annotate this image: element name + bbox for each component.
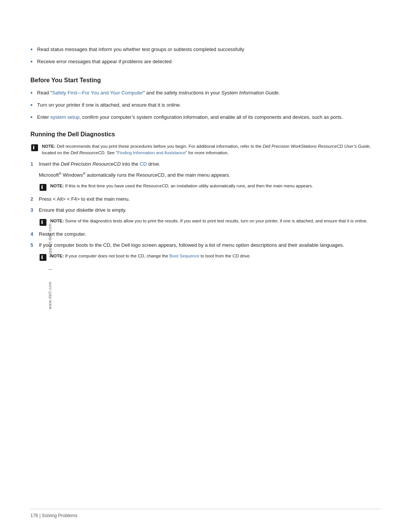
note-label-step3: NOTE: xyxy=(50,219,64,223)
note-content-step5: If your computer does not boot to the CD… xyxy=(65,254,251,258)
finding-information-link[interactable]: Finding Information and Assistance xyxy=(117,150,185,155)
step-5-content: If your computer boots to the CD, the De… xyxy=(39,241,381,249)
step-3-text: Ensure that your diskette drive is empty… xyxy=(39,207,126,213)
sidebar-text: www.dell.com | support.dell.com xyxy=(48,223,52,309)
bullet-dot-icon: • xyxy=(30,113,33,122)
step-num-2: 2 xyxy=(30,195,39,203)
note-text-step5: NOTE: If your computer does not boot to … xyxy=(50,253,251,259)
step-5: 5 If your computer boots to the CD, the … xyxy=(30,241,381,249)
system-setup-link[interactable]: system setup xyxy=(50,114,80,120)
svg-rect-2 xyxy=(40,219,46,226)
resource-cd-italic-2: Dell Precision ResourceCD xyxy=(61,161,121,167)
step-3-content: Ensure that your diskette drive is empty… xyxy=(39,206,381,214)
bullet-dot-icon: • xyxy=(30,101,33,110)
step-num-1: 1 xyxy=(30,160,39,168)
note-icon-step5 xyxy=(39,253,47,262)
resource-cd-guide-italic: Dell Precision WorkStations ResourceCD U… xyxy=(263,144,370,149)
svg-rect-3 xyxy=(40,254,46,261)
step-2-text: Press < Alt> < F4> to exit the main menu… xyxy=(39,196,130,202)
step-1-content: Insert the Dell Precision ResourceCD int… xyxy=(39,160,381,168)
cd-link[interactable]: CD xyxy=(140,161,147,167)
step-num-4: 4 xyxy=(30,230,39,238)
page-number: 176 xyxy=(30,513,38,518)
step-num-5: 5 xyxy=(30,241,39,249)
step-3: 3 Ensure that your diskette drive is emp… xyxy=(30,206,381,214)
sidebar-text-1: www.dell.com xyxy=(48,281,52,309)
step-2: 2 Press < Alt> < F4> to exit the main me… xyxy=(30,195,381,203)
note-text-step1: NOTE: If this is the first time you have… xyxy=(50,183,313,189)
bullet-dot-icon: • xyxy=(30,45,33,54)
win-sup: ® xyxy=(83,172,86,176)
step-4: 4 Restart the computer. xyxy=(30,230,381,238)
note-label-step1: NOTE: xyxy=(50,184,64,188)
note-content-1: Dell recommends that you print these pro… xyxy=(42,144,371,155)
bullet-dot-icon: • xyxy=(30,88,33,97)
system-info-guide-italic: System Information Guide xyxy=(221,90,279,96)
note-block-1: NOTE: Dell recommends that you print the… xyxy=(30,143,381,157)
step-1-sub-para: Microsoft® Windows® automatically runs t… xyxy=(39,171,381,179)
note-text-1: NOTE: Dell recommends that you print the… xyxy=(42,143,381,157)
before-bullet-2-text: Turn on your printer if one is attached,… xyxy=(37,101,181,109)
before-bullet-3-text: Enter system setup, confirm your compute… xyxy=(37,113,343,121)
step-num-3: 3 xyxy=(30,206,39,214)
safety-first-link[interactable]: Safety First—For You and Your Computer xyxy=(52,90,143,96)
bullet-dot-icon: • xyxy=(30,57,33,66)
step-4-content: Restart the computer. xyxy=(39,230,381,238)
ms-sup: ® xyxy=(59,172,62,176)
section-heading-running: Running the Dell Diagnostics xyxy=(30,131,381,138)
list-item: • Turn on your printer if one is attache… xyxy=(30,101,381,110)
step-1-text: Insert the Dell Precision ResourceCD int… xyxy=(39,161,160,167)
step-2-content: Press < Alt> < F4> to exit the main menu… xyxy=(39,195,381,203)
before-bullet-1-text: Read "Safety First—For You and Your Comp… xyxy=(37,89,280,97)
list-item: • Enter system setup, confirm your compu… xyxy=(30,113,381,122)
step-5-text: If your computer boots to the CD, the De… xyxy=(39,242,344,248)
numbered-list: 1 Insert the Dell Precision ResourceCD i… xyxy=(30,160,381,262)
main-content: • Read status messages that inform you w… xyxy=(30,0,381,294)
note-icon-step1 xyxy=(39,183,47,192)
footer-divider xyxy=(30,509,381,509)
top-bullets: • Read status messages that inform you w… xyxy=(30,46,381,66)
note-label-1: NOTE: xyxy=(42,144,56,149)
note-block-step5: NOTE: If your computer does not boot to … xyxy=(39,253,381,262)
section-running-diagnostics: Running the Dell Diagnostics NOTE: Dell … xyxy=(30,131,381,262)
note-icon-step3 xyxy=(39,218,47,227)
top-bullet-text-1: Read status messages that inform you whe… xyxy=(37,46,244,53)
step-1: 1 Insert the Dell Precision ResourceCD i… xyxy=(30,160,381,168)
note-block-step1: NOTE: If this is the first time you have… xyxy=(39,183,381,192)
sidebar-text-2: support.dell.com xyxy=(48,223,52,257)
list-item: • Read status messages that inform you w… xyxy=(30,46,381,54)
sidebar-separator: | xyxy=(48,268,52,270)
svg-rect-1 xyxy=(40,184,46,191)
footer-text: Solving Problems xyxy=(42,513,77,518)
list-item: • Receive error messages that appear if … xyxy=(30,58,381,66)
page-container: www.dell.com | support.dell.com • Read s… xyxy=(0,0,411,532)
svg-rect-0 xyxy=(31,144,38,151)
section-heading-before: Before You Start Testing xyxy=(30,77,381,84)
top-bullet-text-2: Receive error messages that appear if pr… xyxy=(37,58,172,66)
list-item: • Read "Safety First—For You and Your Co… xyxy=(30,89,381,97)
note-text-step3: NOTE: Some of the diagnostics tests allo… xyxy=(50,218,368,224)
dell-resource-cd-italic: Dell ResourceCD xyxy=(70,150,104,155)
note-content-step1: If this is the first time you have used … xyxy=(65,184,313,188)
note-icon-1 xyxy=(30,144,39,152)
note-block-step3: NOTE: Some of the diagnostics tests allo… xyxy=(39,218,381,227)
section-before-you-start: Before You Start Testing • Read "Safety … xyxy=(30,77,381,122)
boot-sequence-link[interactable]: Boot Sequence xyxy=(169,254,199,258)
page-footer: 176 | Solving Problems xyxy=(30,513,77,518)
note-label-step5: NOTE: xyxy=(50,254,64,258)
note-content-step3: Some of the diagnostics tests allow you … xyxy=(65,219,368,223)
step-4-text: Restart the computer. xyxy=(39,231,86,237)
